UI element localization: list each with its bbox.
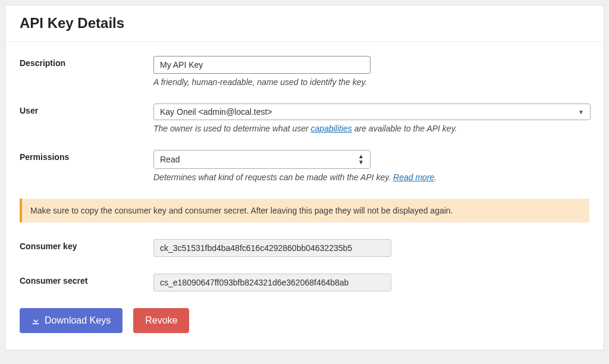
user-row: User Kay Oneil <admin@local.test> ▼ The … (20, 103, 589, 133)
permissions-label: Permissions (20, 150, 153, 162)
permissions-field: Read ▲▼ Determines what kind of requests… (153, 150, 589, 182)
panel-header: API Key Details (5, 5, 604, 42)
download-keys-label: Download Keys (45, 315, 111, 326)
user-select[interactable]: Kay Oneil <admin@local.test> ▼ (153, 103, 591, 120)
panel-body: Description A friendly, human-readable, … (5, 42, 604, 350)
consumer-key-input[interactable] (153, 239, 391, 257)
permissions-help: Determines what kind of requests can be … (153, 172, 589, 182)
user-select-value: Kay Oneil <admin@local.test> (160, 107, 272, 117)
dropdown-caret-icon: ▼ (578, 109, 584, 115)
svg-rect-0 (33, 323, 39, 324)
consumer-secret-label: Consumer secret (20, 274, 153, 285)
api-key-details-panel: API Key Details Description A friendly, … (5, 5, 604, 350)
button-row: Download Keys Revoke (20, 308, 589, 333)
permissions-row: Permissions Read ▲▼ Determines what kind… (20, 150, 589, 182)
description-row: Description A friendly, human-readable, … (20, 56, 589, 87)
copy-warning-notice: Make sure to copy the consumer key and c… (20, 199, 589, 222)
revoke-button[interactable]: Revoke (133, 308, 189, 333)
description-field: A friendly, human-readable, name used to… (153, 56, 589, 87)
user-help-suffix: are available to the API key. (352, 124, 457, 133)
permissions-help-suffix: . (434, 172, 437, 182)
description-label: Description (20, 56, 153, 68)
user-help: The owner is used to determine what user… (153, 124, 591, 133)
consumer-key-label: Consumer key (20, 239, 153, 251)
download-keys-button[interactable]: Download Keys (20, 308, 123, 333)
description-input[interactable] (153, 56, 371, 74)
user-field: Kay Oneil <admin@local.test> ▼ The owner… (153, 103, 591, 133)
user-label: User (20, 103, 153, 115)
permissions-help-prefix: Determines what kind of requests can be … (153, 172, 393, 182)
download-icon (32, 316, 40, 325)
revoke-label: Revoke (145, 315, 177, 326)
capabilities-link[interactable]: capabilities (311, 124, 352, 133)
permissions-select[interactable]: Read ▲▼ (153, 150, 371, 169)
consumer-key-field (153, 239, 589, 257)
select-updown-icon: ▲▼ (358, 153, 364, 165)
page-title: API Key Details (20, 15, 589, 32)
consumer-secret-input[interactable] (153, 274, 391, 291)
user-help-prefix: The owner is used to determine what user (153, 124, 311, 133)
description-help: A friendly, human-readable, name used to… (153, 77, 589, 87)
consumer-secret-field (153, 274, 589, 291)
consumer-key-row: Consumer key (20, 239, 589, 257)
permissions-select-value: Read (160, 155, 180, 164)
consumer-secret-row: Consumer secret (20, 274, 589, 291)
read-more-link[interactable]: Read more (393, 172, 434, 182)
